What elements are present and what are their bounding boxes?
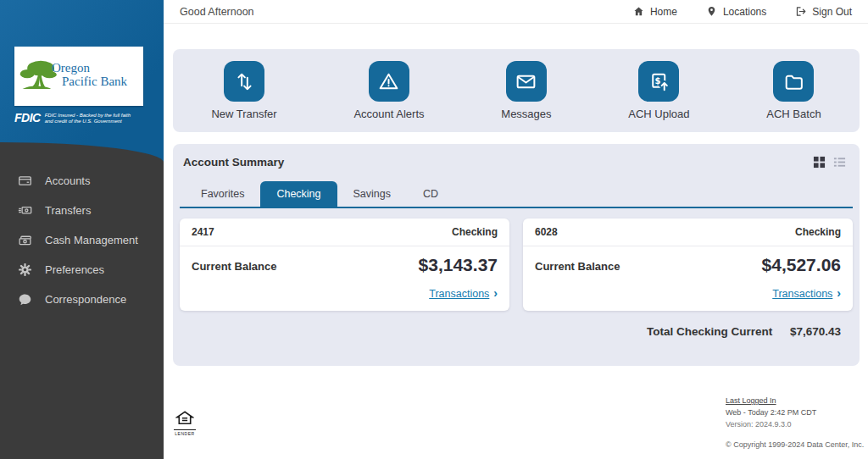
transactions-link[interactable]: Transactions› [772,288,841,300]
fdic-text: FDIC Insured - Backed by the full faith … [45,111,136,124]
sidebar-brand-area: Oregon Pacific Bank FDIC FDIC Insured - … [0,0,164,163]
sidebar-item-label: Correspondence [45,293,126,306]
sign-out-icon [795,6,806,17]
balance-label: Current Balance [192,255,276,273]
copyright-text: © Copyright 1999-2024 Data Center, Inc. [726,439,860,451]
sidebar-item-label: Cash Management [45,234,138,246]
location-pin-icon [706,6,717,17]
account-summary-header: Account Summary [180,156,853,169]
total-value: $7,670.43 [790,325,841,338]
session-details: Last Logged In Web - Today 2:42 PM CDT V… [726,395,860,451]
sidebar-item-correspondence[interactable]: Correspondence [0,285,164,314]
footer: LENDER Last Logged In Web - Today 2:42 P… [164,366,868,459]
balance-label: Current Balance [535,255,620,273]
sidebar-menu: Accounts Transfers Cash Management [0,142,164,459]
account-number: 6028 [535,226,558,238]
list-view-icon[interactable] [833,156,846,169]
account-type: Checking [795,226,841,238]
envelope-icon [506,61,547,102]
folder-icon [773,61,814,102]
ach-upload-icon: $ [638,61,679,102]
quick-action-account-alerts[interactable]: Account Alerts [353,61,424,120]
fdic-notice: FDIC FDIC Insured - Backed by the full f… [14,111,150,124]
sidebar: Oregon Pacific Bank FDIC FDIC Insured - … [0,0,164,459]
quick-action-label: Account Alerts [353,108,424,120]
home-link[interactable]: Home [633,6,677,18]
preferences-icon [18,263,32,277]
equal-housing-lender-logo: LENDER [174,411,196,436]
sidebar-item-preferences[interactable]: Preferences [0,255,164,285]
grid-view-icon[interactable] [813,156,826,169]
transfers-icon [18,203,32,218]
equal-housing-label: LENDER [174,429,196,436]
tab-cd[interactable]: CD [407,181,454,207]
account-card-header: 6028 Checking [523,218,853,246]
quick-action-ach-upload[interactable]: $ ACH Upload [628,61,689,120]
locations-link[interactable]: Locations [706,6,766,18]
account-card-header: 2417 Checking [180,218,509,246]
total-label: Total Checking Current [647,325,772,338]
balance-value: $3,143.37 [419,255,498,275]
fdic-logo: FDIC [14,111,41,124]
quick-action-label: New Transfer [211,108,276,120]
topbar-links: Home Locations Sign Out [633,6,852,18]
greeting-text: Good Afternoon [180,6,254,18]
accounts-icon [18,174,32,188]
total-row: Total Checking Current $7,670.43 [180,311,853,338]
account-type-tabs: Favorites Checking Savings CD [180,181,853,208]
sign-out-link[interactable]: Sign Out [795,6,852,18]
tab-savings[interactable]: Savings [337,181,407,207]
balance-value: $4,527.06 [762,255,841,275]
home-icon [633,6,644,17]
transfer-arrows-icon [224,61,264,102]
quick-action-messages[interactable]: Messages [501,61,551,120]
account-summary-title: Account Summary [183,156,284,169]
transactions-link[interactable]: Transactions› [429,288,498,300]
quick-action-new-transfer[interactable]: New Transfer [211,61,276,120]
alert-triangle-icon [369,61,409,102]
account-card-body: Current Balance $3,143.37 Transactions› [180,246,509,311]
correspondence-icon [18,292,32,307]
last-logged-in-link[interactable]: Last Logged In [726,395,776,406]
sidebar-item-label: Accounts [45,174,90,187]
account-card: 2417 Checking Current Balance $3,143.37 … [180,218,509,311]
version-info: Version: 2024.9.3.0 [726,418,860,430]
session-info: Web - Today 2:42 PM CDT [726,406,860,418]
account-card-body: Current Balance $4,527.06 Transactions› [523,246,853,311]
view-toggle [813,156,846,169]
account-summary-panel: Account Summary Favorites Checking Savin… [173,144,860,366]
quick-action-label: Messages [501,108,551,120]
svg-text:$: $ [654,75,660,85]
topbar: Good Afternoon Home Locations [164,0,868,24]
bank-logo[interactable]: Oregon Pacific Bank [14,47,143,106]
tab-checking[interactable]: Checking [260,181,337,207]
account-number: 2417 [192,226,214,238]
account-type: Checking [452,226,498,238]
quick-actions-panel: New Transfer Account Alerts Messages [173,49,860,132]
tab-favorites[interactable]: Favorites [185,181,260,207]
sidebar-item-cash-management[interactable]: Cash Management [0,225,164,255]
quick-action-label: ACH Upload [628,108,689,120]
bank-name: Oregon Pacific Bank [52,61,127,88]
chevron-right-icon: › [493,286,498,300]
sidebar-item-accounts[interactable]: Accounts [0,166,164,196]
account-cards: 2417 Checking Current Balance $3,143.37 … [180,218,853,311]
main-content: Good Afternoon Home Locations [164,0,868,459]
account-card: 6028 Checking Current Balance $4,527.06 … [523,218,853,311]
chevron-right-icon: › [837,286,841,300]
quick-action-ach-batch[interactable]: ACH Batch [766,61,821,120]
sidebar-item-transfers[interactable]: Transfers [0,196,164,225]
sidebar-item-label: Transfers [45,204,91,217]
equal-housing-icon [175,411,194,425]
cash-management-icon [18,233,32,247]
quick-action-label: ACH Batch [766,108,821,120]
sidebar-item-label: Preferences [45,263,104,276]
